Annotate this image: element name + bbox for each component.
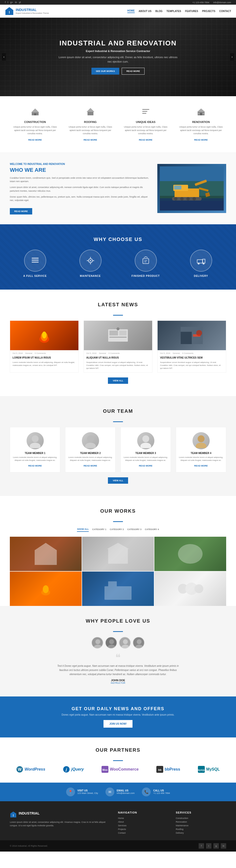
full-service-label: A FULL SERVICE bbox=[10, 275, 60, 277]
service-desc-renovation: Uisque porta turtur ut lecus eget nulla,… bbox=[178, 125, 224, 135]
nav-features[interactable]: FEATURES bbox=[185, 10, 198, 12]
delivery-icon-circle bbox=[190, 250, 212, 272]
unique-read-more[interactable]: READ MORE bbox=[139, 138, 152, 141]
filter-cat-4[interactable]: CATEGORY 4 bbox=[145, 527, 159, 532]
logo-text: INDUSTRIAL Expert Industrial & Renovatio… bbox=[16, 8, 49, 14]
news-image-3 bbox=[158, 321, 226, 350]
maintenance-icon-circle bbox=[79, 250, 102, 272]
work-item-3[interactable] bbox=[154, 537, 226, 571]
nav-home[interactable]: HOME bbox=[127, 9, 135, 13]
partner-jquery[interactable]: j jQuery bbox=[63, 766, 84, 773]
work-item-2[interactable] bbox=[82, 537, 154, 571]
partner-bbpress[interactable]: bb bbPress bbox=[156, 766, 180, 773]
nav-contact[interactable]: CONTACT bbox=[219, 10, 231, 12]
youtube-icon[interactable]: yt bbox=[19, 1, 21, 4]
team-desc-3: Lorem molestie lobortis lorem ut aliquet… bbox=[123, 456, 168, 462]
partner-woocommerce[interactable]: Woo WooCommerce bbox=[102, 766, 139, 773]
nav-about[interactable]: ABOUT US bbox=[139, 10, 152, 12]
renovation-icon bbox=[178, 107, 224, 118]
work-item-6[interactable] bbox=[154, 571, 226, 606]
footer-brand-desc: Lorem ipsum dolor sit amet, consectetur … bbox=[10, 820, 111, 828]
svg-point-84 bbox=[123, 639, 128, 644]
testimonial-position: INSTRUCTOR bbox=[56, 682, 180, 684]
filter-show-all[interactable]: SHOW ALL bbox=[77, 527, 89, 532]
who-para-3: Donec quam felis, ultricies nec, pellent… bbox=[10, 195, 150, 202]
nav-blog[interactable]: BLOG bbox=[155, 10, 162, 12]
work-item-4[interactable] bbox=[10, 571, 82, 606]
hero-buttons: SEE OUR WORKS READ MORE bbox=[56, 68, 180, 74]
team-view-all-button[interactable]: VIEW ALL bbox=[108, 477, 128, 484]
svg-rect-29 bbox=[160, 201, 224, 211]
footer: I INDUSTRIAL Lorem ipsum dolor sit amet,… bbox=[0, 801, 236, 851]
footer-services-col: SERVICES Construction Renovation Mainten… bbox=[176, 811, 226, 835]
nav-templates[interactable]: TEMPLATES bbox=[166, 10, 181, 12]
why-card-delivery: DELIVERY bbox=[176, 250, 226, 277]
who-image bbox=[157, 164, 226, 213]
contact-bar: 📍 VISIT US 123 Main Street, City ✉ EMAIL… bbox=[0, 783, 236, 801]
filter-cat-2[interactable]: CATEGORY 2 bbox=[110, 527, 124, 532]
testimonial-avatar-1[interactable] bbox=[91, 637, 103, 649]
svg-text:W: W bbox=[18, 767, 22, 772]
who-read-more-button[interactable]: READ MORE bbox=[10, 208, 32, 215]
service-card-renovation: RENOVATION Uisque porta turtur ut lecus … bbox=[176, 103, 226, 145]
footer-service-maintenance[interactable]: Maintenance bbox=[176, 824, 226, 827]
footer-twitter-icon[interactable]: t bbox=[206, 843, 211, 848]
testimonial-author: JOHN DOE bbox=[56, 679, 180, 682]
hero-next-button[interactable]: › bbox=[230, 53, 234, 61]
footer-service-delivery[interactable]: Delivery bbox=[176, 832, 226, 834]
news-title-3[interactable]: VESTIBULUM VITAE ULTRICES SEM bbox=[158, 355, 226, 360]
team-divider bbox=[113, 421, 123, 422]
footer-service-construction[interactable]: Construction bbox=[176, 817, 226, 819]
footer-google-icon[interactable]: g bbox=[213, 843, 219, 848]
partner-mysql[interactable]: MySQL MySQL bbox=[198, 766, 220, 773]
footer-service-renovation[interactable]: Renovation bbox=[176, 820, 226, 823]
team-read-more-2[interactable]: READ MORE bbox=[84, 465, 97, 467]
testimonial-avatar-3[interactable] bbox=[119, 637, 131, 649]
cta-desc: Donec eget porta augue. Nam accumsan nam… bbox=[10, 713, 226, 716]
renovation-read-more[interactable]: READ MORE bbox=[194, 138, 208, 141]
work-item-1[interactable] bbox=[10, 537, 82, 571]
filter-cat-1[interactable]: CATEGORY 1 bbox=[92, 527, 106, 532]
footer-service-roofing[interactable]: Roofing bbox=[176, 828, 226, 831]
facebook-icon[interactable]: f bbox=[5, 1, 6, 4]
testimonial-avatar-4[interactable] bbox=[133, 637, 145, 649]
footer-nav-contact[interactable]: Contact bbox=[118, 832, 168, 834]
team-read-more-3[interactable]: READ MORE bbox=[139, 465, 152, 467]
why-grid: A FULL SERVICE MAINTENANCE FINISHED PROD… bbox=[10, 250, 226, 277]
filter-cat-3[interactable]: CATEGORY 3 bbox=[127, 527, 141, 532]
svg-rect-73 bbox=[108, 581, 117, 588]
footer-linkedin-icon[interactable]: in bbox=[221, 843, 226, 848]
svg-point-44 bbox=[198, 262, 200, 265]
team-desc-2: Lorem molestie lobortis lorem ut aliquet… bbox=[68, 456, 113, 462]
footer-brand: I INDUSTRIAL Lorem ipsum dolor sit amet,… bbox=[10, 811, 111, 835]
news-title-1[interactable]: LOREM IPSUM UT NULLA RISUS bbox=[10, 355, 78, 360]
footer-nav-services[interactable]: Services bbox=[118, 824, 168, 827]
full-service-icon-circle bbox=[24, 250, 46, 272]
cta-join-button[interactable]: JOIN US NOW! bbox=[104, 720, 133, 727]
see-works-button[interactable]: SEE OUR WORKS bbox=[91, 68, 120, 74]
read-more-hero-button[interactable]: READ MORE bbox=[122, 68, 145, 74]
news-title-2[interactable]: ALIQUAM UT NULLA RISUS bbox=[84, 355, 152, 360]
footer-nav-projects[interactable]: Projects bbox=[118, 828, 168, 831]
nav-projects[interactable]: PROJECTS bbox=[202, 10, 215, 12]
twitter-icon[interactable]: t bbox=[8, 1, 8, 4]
team-read-more-4[interactable]: READ MORE bbox=[194, 465, 208, 467]
testimonial-avatar-2[interactable] bbox=[105, 637, 117, 649]
news-cat-1: General bbox=[25, 352, 32, 354]
footer-facebook-icon[interactable]: f bbox=[199, 843, 204, 848]
visit-icon: 📍 bbox=[66, 787, 75, 796]
news-view-all-button[interactable]: VIEW ALL bbox=[108, 377, 128, 384]
team-read-more-1[interactable]: READ MORE bbox=[28, 465, 42, 467]
linkedin-icon[interactable]: in bbox=[15, 1, 17, 4]
work-item-5[interactable] bbox=[82, 571, 154, 606]
partner-wordpress[interactable]: W WordPress bbox=[16, 766, 45, 773]
google-plus-icon[interactable]: g+ bbox=[10, 1, 13, 4]
visit-detail: 123 Main Street, City bbox=[77, 792, 98, 795]
svg-rect-67 bbox=[108, 549, 128, 564]
construction-read-more[interactable]: READ MORE bbox=[28, 138, 42, 141]
svg-point-53 bbox=[116, 328, 120, 330]
footer-nav-about[interactable]: About bbox=[118, 820, 168, 823]
hero-prev-button[interactable]: ‹ bbox=[2, 53, 6, 61]
footer-nav-home[interactable]: Home bbox=[118, 817, 168, 819]
roofing-read-more[interactable]: READ MORE bbox=[84, 138, 97, 141]
